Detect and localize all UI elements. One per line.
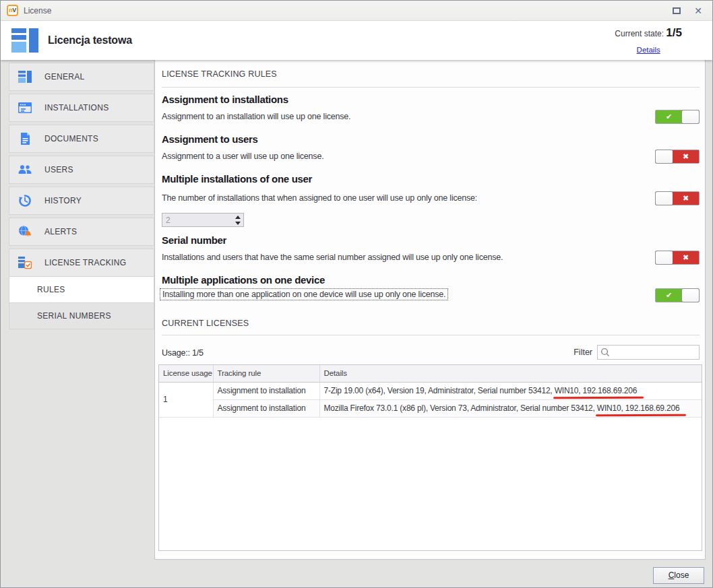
documents-icon [18, 133, 32, 145]
toggle-knob [655, 150, 673, 164]
tracking-rule-cell: Assignment to installation [213, 399, 319, 417]
spinner-down-icon[interactable] [235, 222, 241, 225]
license-usage-cell: 1 [159, 382, 213, 417]
toggle-assignment-installations[interactable]: ✔ [655, 110, 700, 124]
details-cell: 7-Zip 19.00 (x64), Version 19, Administr… [319, 382, 702, 399]
filter-input[interactable] [610, 348, 699, 357]
search-icon [600, 348, 610, 357]
window-titlebar: nV License ✕ [1, 1, 712, 21]
users-icon [18, 165, 32, 174]
license-header: Licencja testowa Current state: 1/5 Deta… [1, 21, 712, 60]
app-logo-icon: nV [7, 5, 18, 16]
sidebar-item-history[interactable]: HISTORY [9, 187, 154, 215]
divider [162, 335, 700, 335]
sidebar-item-general[interactable]: GENERAL [9, 63, 154, 91]
details-link[interactable]: Details [637, 46, 660, 54]
license-logo-icon [11, 28, 38, 53]
rule-heading-multiple-applications: Multiple applications on one device [162, 274, 325, 286]
annotation-underline: WIN10, 192.168.69.206 [555, 386, 638, 395]
rule-heading-assignment-users: Assignment to users [162, 133, 258, 145]
spinner-up-icon[interactable] [235, 216, 241, 219]
general-icon [18, 71, 32, 83]
rule-description-focused: Installing more than one application on … [160, 289, 447, 300]
tracking-rule-cell: Assignment to installation [213, 382, 319, 399]
divider [162, 87, 700, 88]
maximize-button[interactable] [671, 5, 683, 17]
toggle-knob [655, 251, 673, 265]
content-panel: LICENSE TRACKING RULES Assignment to ins… [154, 60, 706, 560]
usage-label: Usage:: 1/5 [162, 348, 204, 358]
sidebar-item-users[interactable]: USERS [9, 156, 154, 184]
window-title: License [24, 6, 51, 15]
license-window: nV License ✕ Licencja testowa Current st… [0, 0, 713, 588]
installations-count-spinner[interactable]: 2 [162, 213, 244, 227]
table-row[interactable]: Assignment to installation Mozilla Firef… [159, 399, 702, 417]
toggle-serial-number[interactable]: ✖ [655, 251, 700, 265]
details-cell: Mozilla Firefox 73.0.1 (x86 pl), Version… [319, 399, 702, 417]
sidebar-subitem-rules[interactable]: RULES [9, 276, 154, 303]
rules-section-title: LICENSE TRACKING RULES [162, 69, 277, 79]
sidebar-item-alerts[interactable]: ALERTS [9, 218, 154, 246]
toggle-assignment-users[interactable]: ✖ [655, 150, 700, 164]
current-state: Current state: 1/5 [615, 26, 682, 40]
rule-description: Installations and users that have the sa… [162, 253, 503, 262]
licenses-section-title: CURRENT LICENSES [162, 319, 249, 328]
rule-description: Assignment to a user will use up one lic… [162, 152, 323, 161]
maximize-icon [673, 7, 681, 14]
close-button[interactable]: Close [653, 567, 704, 584]
table-row[interactable]: 1 Assignment to installation 7-Zip 19.00… [159, 382, 702, 399]
toggle-knob [655, 191, 673, 205]
rule-heading-multiple-installations: Multiple installations of one user [162, 173, 312, 185]
toggle-knob [681, 288, 700, 302]
col-header-details[interactable]: Details [319, 365, 702, 382]
history-icon [18, 195, 32, 207]
toggle-multiple-installations[interactable]: ✖ [655, 191, 700, 205]
spinner-value: 2 [162, 216, 232, 225]
alerts-icon [18, 226, 32, 238]
sidebar-subitem-serial-numbers[interactable]: SERIAL NUMBERS [9, 302, 154, 329]
sidebar-item-documents[interactable]: DOCUMENTS [9, 125, 154, 153]
filter-input-wrap [597, 345, 700, 360]
col-header-tracking-rule[interactable]: Tracking rule [213, 365, 319, 382]
spinner-buttons[interactable] [232, 214, 243, 226]
check-icon: ✔ [656, 110, 682, 123]
sidebar: GENERAL INSTALLATIONS DOCUMENTS USERS HI… [9, 63, 154, 329]
filter-label: Filter [574, 348, 592, 357]
licenses-table: License usage Tracking rule Details 1 As… [158, 364, 702, 551]
toggle-knob [681, 110, 700, 124]
license-tracking-icon [18, 257, 32, 269]
sidebar-item-license-tracking[interactable]: LICENSE TRACKING [9, 249, 154, 277]
sidebar-item-installations[interactable]: INSTALLATIONS [9, 94, 154, 122]
page-title: Licencja testowa [48, 34, 132, 46]
col-header-license-usage[interactable]: License usage [159, 365, 213, 382]
close-window-button[interactable]: ✕ [692, 5, 704, 17]
cross-icon: ✖ [673, 192, 699, 205]
check-icon: ✔ [656, 289, 682, 302]
annotation-underline: WIN10, 192.168.69.206 [597, 403, 680, 413]
cross-icon: ✖ [673, 150, 699, 163]
toggle-multiple-applications[interactable]: ✔ [655, 288, 700, 302]
rule-description: Assignment to an installation will use u… [162, 112, 350, 121]
rule-heading-assignment-installations: Assignment to installations [162, 94, 288, 105]
cross-icon: ✖ [673, 251, 699, 264]
installations-icon [18, 102, 32, 113]
table-header-row: License usage Tracking rule Details [159, 365, 702, 382]
close-icon: ✕ [694, 6, 702, 15]
current-state-value: 1/5 [666, 26, 682, 39]
rule-heading-serial-number: Serial number [162, 234, 226, 246]
rule-description: The number of installations that when as… [162, 193, 477, 203]
